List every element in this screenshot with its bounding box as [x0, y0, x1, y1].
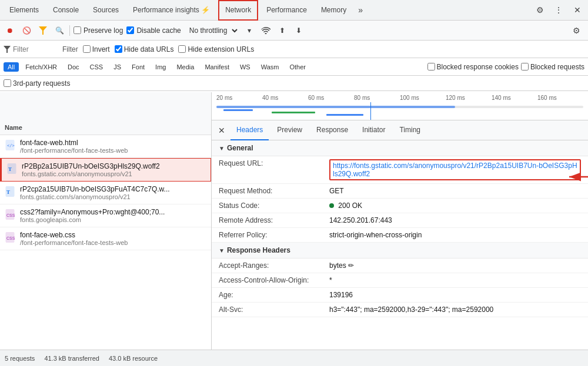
third-party-bar: 3rd-party requests — [0, 76, 588, 91]
type-btn-manifest[interactable]: Manifest — [201, 62, 233, 72]
tab-memory[interactable]: Memory — [314, 0, 353, 21]
timeline-label-20ms: 20 ms — [216, 95, 262, 101]
status-green-dot — [329, 203, 334, 208]
svg-text:T: T — [8, 166, 12, 172]
timeline-label-120ms: 120 ms — [446, 95, 492, 101]
tab-response[interactable]: Response — [310, 120, 354, 140]
throttle-select[interactable]: No throttling — [185, 25, 239, 36]
hide-ext-urls-checkbox[interactable]: Hide extension URLs — [178, 45, 254, 53]
file-name-html: font-face-web.html — [20, 139, 206, 147]
timeline-bar: 20 ms 40 ms 60 ms 80 ms 100 ms 120 ms 14… — [0, 91, 588, 120]
timeline-label-60ms: 60 ms — [308, 95, 354, 101]
devtools-tab-bar: Elements Console Sources Performance ins… — [0, 0, 588, 21]
doc-icon: </> — [5, 140, 15, 150]
more-tabs-button[interactable]: » — [353, 0, 368, 21]
panel-close-button[interactable]: ✕ — [215, 124, 228, 137]
response-headers-arrow-icon: ▼ — [219, 247, 225, 254]
remote-address-label: Remote Address: — [219, 216, 325, 224]
css-icon: CSS — [5, 232, 15, 243]
tab-sources[interactable]: Sources — [86, 0, 126, 21]
general-arrow-icon: ▼ — [219, 145, 225, 152]
network-settings-icon[interactable]: ⚙ — [568, 22, 584, 39]
accept-ranges-value: bytes ✏ — [329, 261, 581, 270]
hide-data-urls-checkbox[interactable]: Hide data URLs — [115, 45, 174, 53]
filter-funnel-icon — [4, 46, 11, 53]
age-row: Age: 139196 — [212, 288, 588, 303]
alt-svc-value: h3=":443"; ma=2592000,h3-29=":443"; ma=2… — [329, 305, 581, 314]
tab-initiator[interactable]: Initiator — [356, 120, 391, 140]
timeline-label-40ms: 40 ms — [262, 95, 308, 101]
blocked-cookies-checkbox[interactable]: Blocked response cookies — [427, 63, 519, 71]
search-button[interactable]: 🔍 — [53, 24, 66, 37]
type-btn-media[interactable]: Media — [172, 62, 198, 72]
blocked-requests-checkbox[interactable]: Blocked requests — [521, 63, 584, 71]
status-requests: 5 requests — [5, 355, 35, 362]
file-item-woff2-2[interactable]: T rP2cp2a15UIB7Un-bOeISG3pFuAT4C7c7Q.w..… — [0, 182, 211, 204]
type-btn-js[interactable]: JS — [109, 62, 125, 72]
panel-tabs: ✕ Headers Preview Response Initiator Tim… — [212, 120, 588, 140]
file-name-woff2-2: rP2cp2a15UIB7Un-bOeISG3pFuAT4C7c7Q.w... — [20, 185, 206, 193]
file-item-css2[interactable]: CSS css2?family=Anonymous+Pro:wght@400;7… — [0, 204, 211, 227]
svg-text:CSS: CSS — [6, 213, 15, 217]
remote-address-value: 142.250.201.67:443 — [329, 216, 581, 224]
disable-cache-checkbox[interactable]: Disable cache — [126, 26, 181, 35]
status-transferred: 41.3 kB transferred — [44, 355, 99, 362]
file-item-woff2-1[interactable]: T rP2Bp2a15UIB7Un-bOeISG3pHls29Q.woff2 f… — [0, 158, 211, 182]
request-url-label: Request URL: — [219, 159, 325, 167]
file-path-css2: fonts.googleapis.com — [20, 216, 206, 223]
type-btn-font[interactable]: Font — [128, 62, 149, 72]
filter-input[interactable] — [13, 45, 60, 53]
more-options-icon[interactable]: ⋮ — [550, 2, 567, 18]
tab-timing[interactable]: Timing — [393, 120, 426, 140]
throttle-arrow-icon[interactable]: ▾ — [243, 24, 256, 37]
tab-performance-insights[interactable]: Performance insights ⚡ — [126, 0, 217, 21]
headers-panel: ✕ Headers Preview Response Initiator Tim… — [212, 120, 588, 350]
main-content: Name </> font-face-web.html /font-perfor… — [0, 120, 588, 350]
file-name-css: font-face-web.css — [20, 231, 206, 239]
tab-elements[interactable]: Elements — [2, 0, 46, 21]
status-code-value: 200 OK — [329, 202, 581, 210]
response-headers-section-header: ▼ Response Headers — [212, 243, 588, 258]
tab-performance[interactable]: Performance — [259, 0, 314, 21]
referrer-policy-value: strict-origin-when-cross-origin — [329, 231, 581, 239]
type-btn-ws[interactable]: WS — [236, 62, 255, 72]
file-name-woff2-1: rP2Bp2a15UIB7Un-bOeISG3pHls29Q.woff2 — [22, 162, 206, 170]
type-btn-css[interactable]: CSS — [86, 62, 108, 72]
invert-checkbox[interactable]: Invert — [83, 45, 110, 53]
filter-icon[interactable] — [36, 24, 49, 37]
access-control-value: * — [329, 276, 581, 284]
file-path-woff2-2: fonts.gstatic.com/s/anonymouspro/v21 — [20, 193, 206, 200]
tab-headers[interactable]: Headers — [230, 120, 269, 140]
status-code-row: Status Code: 200 OK — [212, 199, 588, 213]
type-btn-wasm[interactable]: Wasm — [257, 62, 283, 72]
filter-bar: Filter Invert Hide data URLs Hide extens… — [0, 41, 588, 58]
file-item-html[interactable]: </> font-face-web.html /font-performance… — [0, 135, 211, 158]
third-party-checkbox[interactable]: 3rd-party requests — [4, 79, 70, 88]
type-btn-other[interactable]: Other — [285, 62, 310, 72]
tab-console[interactable]: Console — [46, 0, 86, 21]
type-btn-doc[interactable]: Doc — [64, 62, 83, 72]
file-item-css[interactable]: CSS font-face-web.css /font-performance/… — [0, 227, 211, 250]
status-resources: 43.0 kB resource — [109, 355, 158, 362]
type-btn-all[interactable]: All — [4, 62, 19, 72]
type-btn-img[interactable]: Img — [151, 62, 170, 72]
alt-svc-label: Alt-Svc: — [219, 305, 325, 314]
request-method-value: GET — [329, 187, 581, 195]
upload-icon[interactable]: ⬆ — [276, 24, 289, 37]
age-value: 139196 — [329, 291, 581, 299]
download-icon[interactable]: ⬇ — [292, 24, 305, 37]
clear-button[interactable]: 🚫 — [20, 24, 33, 37]
tab-preview[interactable]: Preview — [271, 120, 308, 140]
wifi-icon[interactable] — [259, 24, 272, 37]
settings-icon[interactable]: ⚙ — [532, 2, 548, 18]
accept-ranges-row: Accept-Ranges: bytes ✏ — [212, 258, 588, 273]
record-button[interactable]: ⏺ — [4, 24, 16, 37]
request-method-label: Request Method: — [219, 187, 325, 195]
font-icon-2: T — [5, 186, 15, 197]
type-btn-fetch-xhr[interactable]: Fetch/XHR — [21, 62, 61, 72]
remote-address-row: Remote Address: 142.250.201.67:443 — [212, 213, 588, 228]
tab-network[interactable]: Network — [218, 0, 258, 21]
svg-text:</>: </> — [7, 143, 15, 148]
close-devtools-icon[interactable]: ✕ — [569, 2, 586, 18]
preserve-log-checkbox[interactable]: Preserve log — [74, 26, 123, 35]
